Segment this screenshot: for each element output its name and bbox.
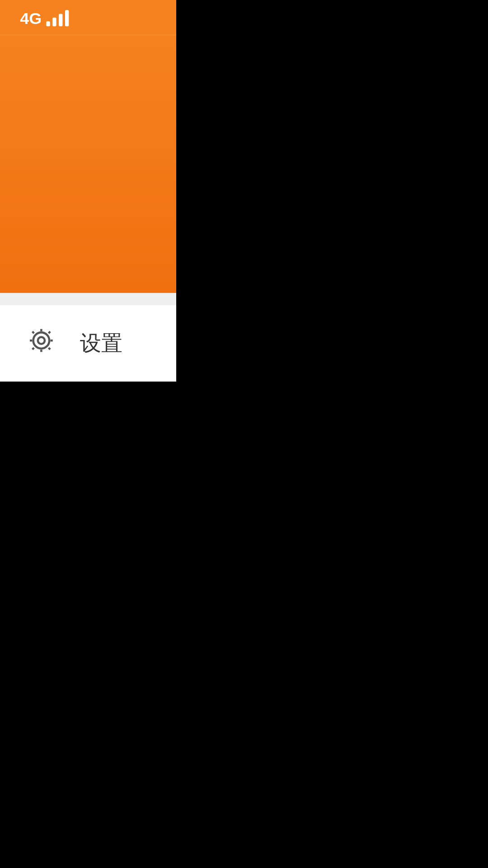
status-bar: 4G 14:44 ⚡ 🔇 📶 48% xyxy=(0,0,176,35)
profile-header: 测试01 测试 xyxy=(0,35,176,293)
signal-bars xyxy=(47,9,69,26)
status-left: 4G xyxy=(20,8,69,27)
settings-label: 设置 xyxy=(80,329,176,358)
menu-section: 设置 › xyxy=(0,306,176,382)
svg-point-11 xyxy=(38,336,45,343)
gear-icon xyxy=(25,326,57,361)
settings-menu-item[interactable]: 设置 › xyxy=(0,306,176,382)
svg-point-12 xyxy=(33,332,50,348)
carrier-label: 4G xyxy=(20,8,42,27)
